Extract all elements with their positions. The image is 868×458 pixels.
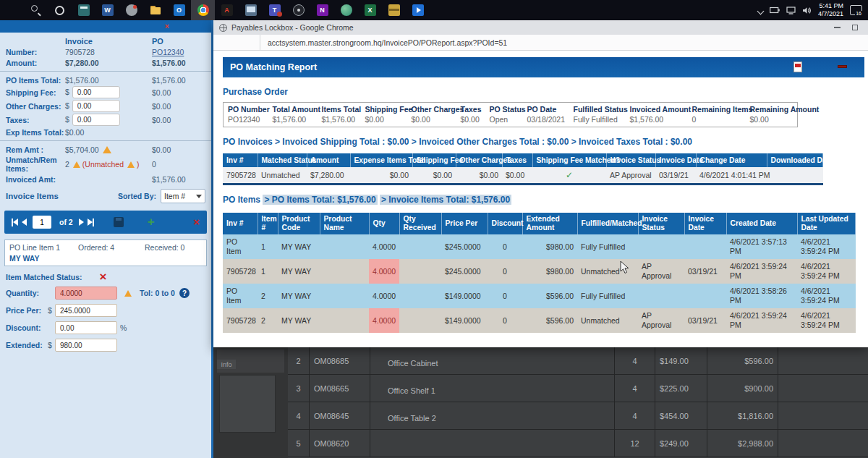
next-page-button[interactable] [79,219,84,226]
prev-page-button[interactable] [22,219,27,226]
file-explorer-button[interactable] [143,0,167,20]
cell-inv: PO Item [223,234,258,259]
acrobat-button[interactable]: A [215,0,239,20]
shipping-fee-input[interactable] [72,86,120,98]
clock-time: 5:41 PM [818,2,843,10]
po-cell: $1,576.00 [268,114,318,127]
last-page-button[interactable] [88,219,94,226]
windows-start-icon [7,4,18,16]
panel-close-icon[interactable]: × [165,22,169,31]
archive-app-button[interactable] [382,0,406,20]
po-line-item-card: PO Line Item 1 Ordered: 4 Received: 0 MY… [4,239,207,266]
onenote-button[interactable]: N [310,0,334,20]
add-item-icon[interactable]: + [148,217,155,227]
bg-cell-qty: 4 [615,375,655,402]
bg-cell-ext: $900.00 [707,375,778,402]
save-icon[interactable] [114,217,124,227]
po-cell: 0 [688,114,746,127]
column-header: PO Number [224,103,268,115]
movies-button[interactable] [406,0,430,20]
cell-product-name [320,259,369,284]
invoice-column-header: Invoice [65,37,152,46]
line-item-received: Received: 0 [145,243,202,252]
browser-globe-button[interactable] [334,0,358,20]
discount-input[interactable] [55,321,117,334]
background-items-table: 2 OM08685 Office Cabinet 4 $149.00 $596.… [288,347,868,458]
battery-icon[interactable] [770,7,780,14]
column-header: Downloaded Date [767,153,823,167]
column-header: Extended Amount [522,213,577,234]
bg-cell-num: 4 [288,402,310,429]
address-url[interactable]: acctsystem.master.strongroom.hq/InvoiceP… [260,38,507,47]
discount-label: Discount: [6,323,48,332]
invoice-po-panel: × Invoice PO Number: 7905728 PO12340 Amo… [0,20,213,458]
page-input[interactable] [33,216,51,229]
unmatch-po: 0 [152,160,211,169]
volume-icon[interactable] [802,7,812,14]
chrome-window: Payables Lockbox - Google Chrome acctsys… [213,20,868,347]
cell-invoice-status: AP Approval [638,308,684,333]
amount-label: Amount: [6,59,65,67]
column-header: Qty [369,213,399,234]
first-page-button[interactable] [12,219,18,226]
calculator-button[interactable] [72,0,95,20]
info-tab: Info [217,360,236,369]
notification-center-icon[interactable]: 16 [850,5,862,15]
po-cell: 03/18/2021 [523,114,569,127]
maximize-button[interactable] [852,25,858,30]
price-per-input[interactable] [55,304,117,317]
column-header: Product Code [278,213,320,234]
help-icon[interactable]: ? [179,288,190,298]
bg-cell-code: OM08685 [310,347,370,374]
cell-inv: 7905728 [223,167,258,185]
word-button[interactable]: W [95,0,119,20]
cell-inv-date: 03/19/21 [655,167,696,185]
export-pdf-icon[interactable] [793,62,802,72]
remote-pc-button[interactable] [239,0,263,20]
satellite-app-button[interactable] [119,0,143,20]
quantity-input[interactable] [55,287,117,300]
cell-taxes: $0.00 [502,167,532,185]
sort-select[interactable]: Item # [161,189,205,203]
other-charges-input[interactable] [72,100,120,112]
po-number-link[interactable]: PO12340 [152,48,184,56]
taskbar-clock[interactable]: 5:41 PM 4/7/2021 [818,2,843,18]
outlook-button[interactable]: O [167,0,191,20]
record-app-button[interactable] [286,0,310,20]
cell-discount: 0 [488,259,522,284]
cell-price-per: $245.0000 [441,234,488,259]
start-button[interactable] [0,0,24,20]
cell-qty-received [399,234,441,259]
cell-fulfilled: Unmatched [577,259,638,284]
search-button[interactable] [24,0,48,20]
teams-button[interactable]: T [263,0,286,20]
column-header: Shipping Fee Matched? [532,153,606,167]
chrome-button[interactable] [191,0,215,20]
delete-item-icon[interactable]: × [193,217,200,227]
cell-qty-received [399,259,441,284]
tray-chevron-icon[interactable] [757,8,765,15]
column-header: Other Charges [407,103,456,115]
excel-button[interactable]: X [358,0,382,20]
chrome-titlebar[interactable]: Payables Lockbox - Google Chrome [213,20,868,35]
bg-cell-empty [778,375,868,402]
extended-input[interactable] [55,339,117,352]
record-icon [293,4,305,16]
column-header: Product Name [320,213,369,234]
po-item-row: 7905728 1 MY WAY 4.0000 $245.0000 0 $980… [223,259,856,284]
network-icon[interactable] [786,7,796,14]
chrome-icon [197,4,209,16]
column-header: Invoice Date [684,213,726,234]
cell-extended: $596.00 [522,308,577,333]
divider [0,140,211,141]
minimize-button[interactable] [834,27,841,28]
invoiced-amt-po: $1,576.00 [152,175,211,184]
cell-product-name [320,308,369,333]
cortana-button[interactable] [48,0,72,20]
report-collapse-icon[interactable] [838,65,847,68]
purchase-order-header-row: PO NumberTotal AmountItems TotalShipping… [224,103,798,115]
po-items-heading: PO Items > PO Items Total: $1,576.00 > I… [223,195,864,205]
po-cell: $0.00 [407,114,456,127]
purchase-order-row: PO12340$1,576.00$1,576.00$0.00$0.00$0.00… [224,114,798,127]
taxes-input[interactable] [72,114,120,126]
